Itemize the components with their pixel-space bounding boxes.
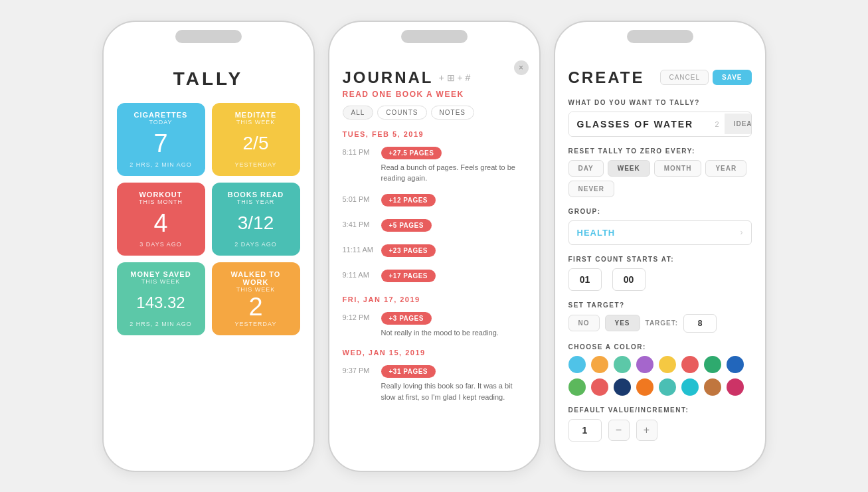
entry-time: 9:12 PM: [343, 311, 375, 321]
entry-right: +12 PAGES: [381, 193, 526, 209]
journal-tabs: ALL COUNTS NOTES: [343, 106, 526, 120]
tally-grid: CIGARETTES TODAY 7 2 HRS, 2 MIN AGO MEDI…: [117, 103, 300, 335]
char-count: 2: [710, 120, 725, 128]
chevron-down-icon: ›: [740, 228, 743, 237]
phones-container: TALLY CIGARETTES TODAY 7 2 HRS, 2 MIN AG…: [89, 7, 780, 485]
color-yellow[interactable]: [659, 356, 676, 373]
entry-right: +17 PAGES: [381, 269, 526, 285]
journal-title-row: JOURNAL + ⊞ + #: [343, 68, 526, 87]
entry-time: 8:11 PM: [343, 146, 375, 156]
target-yes[interactable]: YES: [605, 315, 640, 331]
target-value-input[interactable]: [683, 314, 717, 333]
card-meditate[interactable]: MEDITATE THIS WEEK 2/5 YESTERDAY: [212, 103, 300, 176]
target-row: NO YES TARGET:: [568, 314, 752, 333]
group-label: GROUP:: [568, 208, 752, 215]
entry-badge[interactable]: +31 PAGES: [381, 365, 436, 378]
card-walked-subtitle: THIS WEEK: [220, 286, 292, 293]
color-orange[interactable]: [591, 356, 608, 373]
entry-time: 11:11 AM: [343, 244, 375, 254]
tab-counts[interactable]: COUNTS: [377, 106, 426, 120]
entry-right: +31 PAGES Really loving this book so far…: [381, 365, 526, 402]
entry-badge[interactable]: +5 PAGES: [381, 219, 432, 232]
color-dark-green[interactable]: [704, 356, 721, 373]
card-money-time: 2 HRS, 2 MIN AGO: [125, 321, 197, 327]
card-money-title: MONEY SAVED: [125, 270, 197, 278]
ideas-button[interactable]: IDEAS: [725, 114, 752, 134]
journal-entry: 5:01 PM +12 PAGES: [343, 193, 526, 209]
card-walked-title: WALKED TO WORK: [220, 270, 292, 286]
color-mint[interactable]: [659, 378, 676, 396]
color-picker: [568, 356, 752, 396]
color-cyan[interactable]: [681, 378, 699, 396]
tally-title: TALLY: [117, 68, 300, 90]
color-burnt-orange[interactable]: [636, 378, 653, 396]
reset-month[interactable]: MONTH: [654, 160, 702, 177]
color-blue[interactable]: [568, 356, 586, 373]
target-no[interactable]: NO: [568, 315, 600, 331]
create-header-buttons: CANCEL SAVE: [660, 70, 751, 85]
entry-time: 3:41 PM: [343, 218, 375, 228]
entry-time: 9:11 AM: [343, 269, 375, 279]
journal-entry: 9:11 AM +17 PAGES: [343, 269, 526, 285]
increment-value: 1: [568, 419, 602, 442]
color-coral[interactable]: [591, 378, 608, 396]
color-pink[interactable]: [727, 378, 744, 396]
close-button[interactable]: ×: [514, 60, 529, 75]
journal-subtitle: READ ONE BOOK A WEEK: [343, 90, 526, 99]
tally-name-input[interactable]: [569, 112, 710, 136]
group-selector[interactable]: HEALTH ›: [568, 220, 752, 245]
card-workout-time: 3 DAYS AGO: [125, 241, 197, 248]
journal-icons[interactable]: + ⊞ + #: [439, 72, 471, 83]
card-workout-subtitle: THIS MONTH: [125, 199, 197, 205]
increment-button[interactable]: +: [636, 420, 657, 441]
phone-journal: × JOURNAL + ⊞ + # READ ONE BOOK A WEEK A…: [328, 21, 541, 472]
entry-badge[interactable]: +27.5 PAGES: [381, 147, 442, 159]
entry-right: +23 PAGES: [381, 244, 526, 260]
card-books[interactable]: BOOKS READ THIS YEAR 3/12 2 DAYS AGO: [212, 183, 300, 256]
hour-box[interactable]: 01: [568, 268, 602, 291]
color-red[interactable]: [681, 356, 699, 373]
tab-all[interactable]: ALL: [343, 106, 374, 120]
card-cigarettes-title: CIGARETTES: [125, 111, 197, 119]
card-cigarettes-subtitle: TODAY: [125, 119, 197, 125]
entry-badge[interactable]: +23 PAGES: [381, 244, 436, 257]
card-walked[interactable]: WALKED TO WORK THIS WEEK 2 YESTERDAY: [212, 262, 300, 335]
reset-day[interactable]: DAY: [568, 160, 604, 177]
card-books-title: BOOKS READ: [220, 191, 292, 199]
reset-week[interactable]: WEEK: [608, 160, 650, 177]
color-dark-blue[interactable]: [727, 356, 744, 373]
journal-header: JOURNAL + ⊞ + # READ ONE BOOK A WEEK ALL…: [343, 68, 526, 120]
entry-note: Not really in the mood to be reading.: [381, 327, 526, 339]
card-workout-value: 4: [125, 210, 197, 236]
card-cigarettes[interactable]: CIGARETTES TODAY 7 2 HRS, 2 MIN AGO: [117, 103, 205, 176]
group-value: HEALTH: [577, 228, 616, 238]
cancel-button[interactable]: CANCEL: [660, 70, 709, 85]
card-meditate-subtitle: THIS WEEK: [220, 119, 292, 125]
journal-screen: JOURNAL + ⊞ + # READ ONE BOOK A WEEK ALL…: [329, 55, 539, 471]
color-purple[interactable]: [636, 356, 653, 373]
card-money-subtitle: THIS WEEK: [125, 278, 197, 285]
card-cigarettes-time: 2 HRS, 2 MIN AGO: [125, 161, 197, 168]
minute-box[interactable]: 00: [612, 268, 646, 291]
decrement-button[interactable]: −: [608, 420, 630, 441]
reset-never[interactable]: NEVER: [568, 181, 614, 197]
card-money-value: 143.32: [125, 295, 197, 311]
entry-badge[interactable]: +12 PAGES: [381, 194, 436, 206]
entry-badge[interactable]: +17 PAGES: [381, 270, 436, 282]
entry-right: +3 PAGES Not really in the mood to be re…: [381, 311, 526, 339]
entry-note: Really loving this book so far. It was a…: [381, 380, 526, 402]
color-green[interactable]: [568, 378, 586, 396]
reset-year[interactable]: YEAR: [705, 160, 746, 177]
phone-create: CREATE CANCEL SAVE WHAT DO YOU WANT TO T…: [554, 21, 766, 472]
color-navy[interactable]: [614, 378, 631, 396]
card-money[interactable]: MONEY SAVED THIS WEEK 143.32 2 HRS, 2 MI…: [117, 262, 205, 335]
card-cigarettes-value: 7: [125, 131, 197, 156]
tally-input-row: 2 IDEAS: [568, 112, 752, 137]
save-button[interactable]: SAVE: [713, 70, 752, 85]
tab-notes[interactable]: NOTES: [431, 106, 474, 120]
card-workout[interactable]: WORKOUT THIS MONTH 4 3 DAYS AGO: [117, 183, 205, 256]
color-teal[interactable]: [614, 356, 631, 373]
create-screen: CREATE CANCEL SAVE WHAT DO YOU WANT TO T…: [555, 55, 765, 471]
color-brown[interactable]: [704, 378, 721, 396]
entry-badge[interactable]: +3 PAGES: [381, 312, 432, 325]
